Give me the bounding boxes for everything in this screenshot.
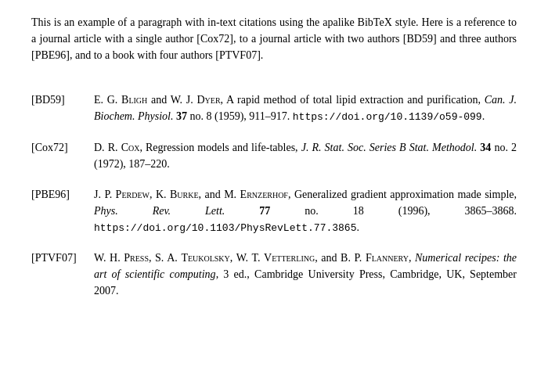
bib-key-ptvf07: [PTVF07] — [31, 250, 94, 266]
bib-entry-cox72: [Cox72] D. R. Cox, Regression models and… — [31, 139, 517, 172]
intro-paragraph: This is an example of a paragraph with i… — [31, 14, 517, 63]
bib-key-bd59: [BD59] — [31, 92, 94, 108]
bib-entry-ptvf07: [PTVF07] W. H. Press, S. A. Teukolsky, W… — [31, 250, 517, 299]
bib-content-pbe96: J. P. Perdew, K. Burke, and M. Ernzerhof… — [94, 186, 517, 236]
bib-entry-pbe96: [PBE96] J. P. Perdew, K. Burke, and M. E… — [31, 186, 517, 236]
bibliography: [BD59] E. G. Bligh and W. J. Dyer, A rap… — [31, 92, 517, 299]
bib-key-pbe96: [PBE96] — [31, 186, 94, 203]
bib-content-bd59: E. G. Bligh and W. J. Dyer, A rapid meth… — [94, 92, 517, 125]
bib-key-cox72: [Cox72] — [31, 139, 94, 156]
bib-content-cox72: D. R. Cox, Regression models and life-ta… — [94, 139, 517, 172]
bib-content-ptvf07: W. H. Press, S. A. Teukolsky, W. T. Vett… — [94, 250, 517, 299]
bib-entry-bd59: [BD59] E. G. Bligh and W. J. Dyer, A rap… — [31, 92, 517, 125]
